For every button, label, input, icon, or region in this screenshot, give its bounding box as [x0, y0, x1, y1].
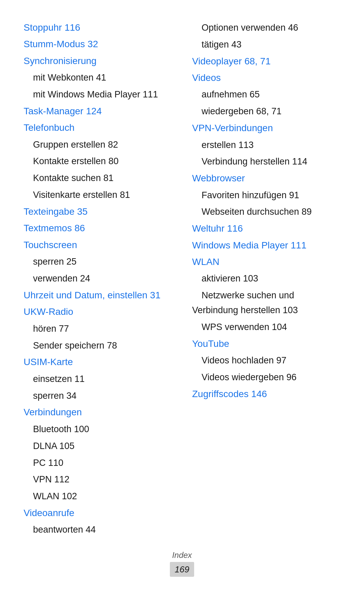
index-heading: Videoplayer 68, 71 — [192, 54, 340, 68]
index-entry: Touchscreen — [24, 238, 172, 252]
index-entry: Synchronisierung — [24, 54, 172, 68]
index-heading: Verbindungen — [24, 405, 172, 419]
sub-entry: Netzwerke suchen und Verbindung herstell… — [192, 290, 298, 315]
index-entry: Verbindungen — [24, 405, 172, 419]
index-heading: Videoanrufe — [24, 506, 172, 520]
sub-entry: Verbindung herstellen 114 — [192, 156, 307, 167]
index-heading: USIM-Karte — [24, 355, 172, 369]
index-entry: Weltuhr 116 — [192, 221, 340, 236]
sub-entry: Videos wiedergeben 96 — [192, 372, 297, 382]
sub-entry: WPS verwenden 104 — [192, 322, 287, 332]
left-column: Stoppuhr 116Stumm-Modus 32Synchronisieru… — [24, 20, 172, 539]
index-entry: USIM-Karte — [24, 355, 172, 369]
index-entry: WPS verwenden 104 — [192, 320, 340, 334]
index-heading: Zugriffscodes 146 — [192, 387, 340, 401]
index-entry: Videos wiedergeben 96 — [192, 370, 340, 385]
index-entry: Webbrowser — [192, 171, 340, 185]
sub-entry: VPN 112 — [24, 474, 69, 484]
index-heading: Uhrzeit und Datum, einstellen 31 — [24, 288, 172, 302]
index-heading: WLAN — [192, 255, 340, 269]
index-entry: hören 77 — [24, 321, 172, 336]
index-heading: VPN-Verbindungen — [192, 121, 340, 135]
sub-entry: sperren 34 — [24, 391, 77, 401]
index-entry: Videoplayer 68, 71 — [192, 54, 340, 68]
sub-entry: Gruppen erstellen 82 — [24, 140, 118, 150]
index-entry: Stumm-Modus 32 — [24, 37, 172, 51]
index-heading: Synchronisierung — [24, 54, 172, 68]
index-entry: Stoppuhr 116 — [24, 20, 172, 35]
index-heading: UKW-Radio — [24, 304, 172, 319]
sub-entry: Optionen verwenden 46 — [192, 23, 298, 33]
sub-entry: sperren 25 — [24, 257, 77, 267]
index-heading: Stumm-Modus 32 — [24, 37, 172, 51]
index-entry: Optionen verwenden 46 — [192, 20, 340, 35]
index-entry: einsetzen 11 — [24, 371, 172, 386]
index-entry: Windows Media Player 111 — [192, 238, 340, 252]
sub-entry: mit Windows Media Player 111 — [24, 89, 158, 99]
index-heading: Stoppuhr 116 — [24, 20, 172, 35]
index-entry: sperren 25 — [24, 254, 172, 269]
index-entry: tätigen 43 — [192, 37, 340, 52]
index-entry: Favoriten hinzufügen 91 — [192, 188, 340, 203]
index-entry: WLAN — [192, 255, 340, 269]
index-heading: Touchscreen — [24, 238, 172, 252]
sub-entry: Sender speichern 78 — [24, 340, 117, 351]
index-entry: erstellen 113 — [192, 138, 340, 152]
index-entry: aktivieren 103 — [192, 271, 340, 286]
index-entry: Kontakte suchen 81 — [24, 171, 172, 185]
sub-entry: tätigen 43 — [192, 39, 242, 50]
sub-entry: Kontakte erstellen 80 — [24, 156, 119, 166]
index-heading: Videos — [192, 70, 340, 85]
index-entry: sperren 34 — [24, 388, 172, 403]
index-heading: Windows Media Player 111 — [192, 238, 340, 252]
index-entry: VPN 112 — [24, 472, 172, 487]
index-entry: WLAN 102 — [24, 489, 172, 504]
sub-entry: Webseiten durchsuchen 89 — [192, 207, 312, 217]
sub-entry: mit Webkonten 41 — [24, 72, 106, 83]
index-entry: Netzwerke suchen und Verbindung herstell… — [192, 288, 340, 318]
sub-entry: Videos hochladen 97 — [192, 355, 286, 365]
index-heading: Task-Manager 124 — [24, 104, 172, 118]
index-entry: mit Webkonten 41 — [24, 70, 172, 85]
index-entry: aufnehmen 65 — [192, 87, 340, 102]
index-heading: YouTube — [192, 336, 340, 351]
index-entry: UKW-Radio — [24, 304, 172, 319]
sub-entry: einsetzen 11 — [24, 374, 85, 384]
index-entry: PC 110 — [24, 455, 172, 470]
sub-entry: PC 110 — [24, 458, 63, 468]
index-entry: YouTube — [192, 336, 340, 351]
sub-entry: Favoriten hinzufügen 91 — [192, 190, 299, 200]
sub-entry: beantworten 44 — [24, 525, 96, 535]
index-entry: Webseiten durchsuchen 89 — [192, 204, 340, 219]
right-column: Optionen verwenden 46tätigen 43Videoplay… — [192, 20, 340, 403]
index-entry: Uhrzeit und Datum, einstellen 31 — [24, 288, 172, 302]
index-heading: Weltuhr 116 — [192, 221, 340, 236]
index-heading: Telefonbuch — [24, 120, 172, 135]
index-entry: Visitenkarte erstellen 81 — [24, 187, 172, 202]
index-heading: Webbrowser — [192, 171, 340, 185]
sub-entry: erstellen 113 — [192, 140, 254, 150]
index-columns: Stoppuhr 116Stumm-Modus 32Synchronisieru… — [24, 20, 340, 539]
index-entry: Telefonbuch — [24, 120, 172, 135]
index-entry: Textmemos 86 — [24, 221, 172, 235]
sub-entry: wiedergeben 68, 71 — [192, 106, 281, 116]
index-entry: DLNA 105 — [24, 439, 172, 453]
index-entry: Sender speichern 78 — [24, 338, 172, 353]
sub-entry: Kontakte suchen 81 — [24, 173, 114, 183]
sub-entry: WLAN 102 — [24, 491, 77, 501]
sub-entry: Visitenkarte erstellen 81 — [24, 190, 130, 200]
index-entry: Videoanrufe — [24, 506, 172, 520]
index-entry: wiedergeben 68, 71 — [192, 104, 340, 119]
index-entry: verwenden 24 — [24, 271, 172, 286]
index-heading: Texteingabe 35 — [24, 204, 172, 219]
sub-entry: Bluetooth 100 — [24, 424, 89, 434]
sub-entry: hören 77 — [24, 324, 69, 334]
index-entry: Videos hochladen 97 — [192, 353, 340, 368]
index-entry: mit Windows Media Player 111 — [24, 87, 172, 102]
index-entry: Texteingabe 35 — [24, 204, 172, 219]
page-footer: Index 169 — [0, 549, 364, 577]
index-entry: Task-Manager 124 — [24, 104, 172, 118]
sub-entry: aktivieren 103 — [192, 273, 258, 283]
footer-label: Index — [0, 549, 364, 561]
index-entry: Kontakte erstellen 80 — [24, 154, 172, 169]
